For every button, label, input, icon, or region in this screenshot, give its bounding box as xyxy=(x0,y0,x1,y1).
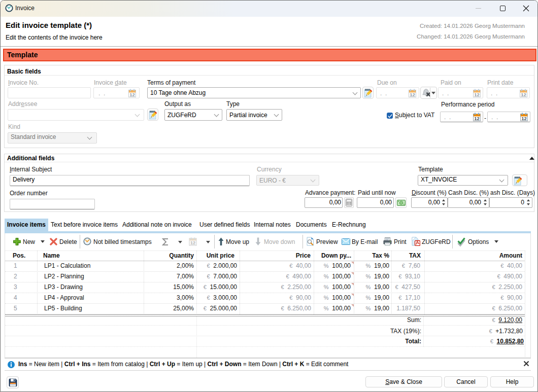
svg-text:12: 12 xyxy=(129,92,135,97)
svg-text:12: 12 xyxy=(474,116,480,121)
svg-text:12: 12 xyxy=(474,92,480,97)
svg-text:12: 12 xyxy=(521,92,526,97)
svg-text:12: 12 xyxy=(410,92,415,97)
svg-text:12: 12 xyxy=(521,116,527,121)
svg-text:12: 12 xyxy=(190,240,195,245)
